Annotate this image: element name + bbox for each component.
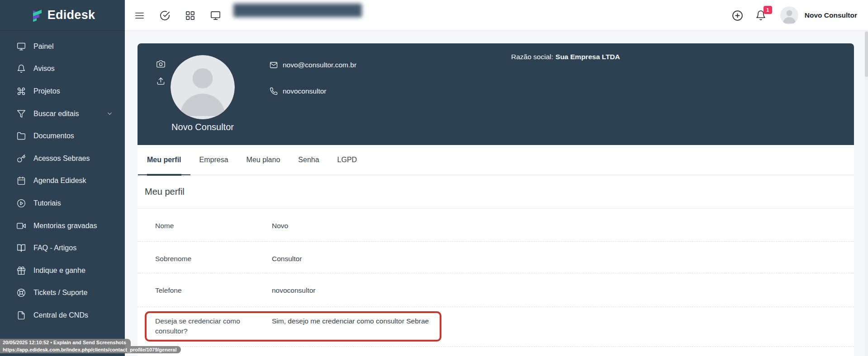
field-label: Telefone <box>155 286 272 307</box>
watermark-url: https://app.edidesk.com.br/index.php/cli… <box>0 346 181 353</box>
tab-meu-perfil[interactable]: Meu perfil <box>138 145 190 175</box>
file-icon <box>17 311 26 320</box>
sidebar-item-tickets-suporte[interactable]: Tickets / Suporte <box>0 282 125 304</box>
edidesk-logo-icon <box>30 8 44 23</box>
profile-phone: novoconsultor <box>283 87 327 95</box>
scrollbar-track <box>865 31 868 356</box>
form-row-telefone: Telefone novoconsultor <box>138 273 854 307</box>
scrollbar-thumb[interactable] <box>865 32 868 77</box>
razao-social-label: Razão social: <box>511 53 553 61</box>
sidebar-item-documentos[interactable]: Documentos <box>0 125 125 147</box>
gift-icon <box>17 266 26 275</box>
redacted-blurred-text <box>232 2 364 19</box>
grid-icon[interactable] <box>185 10 195 21</box>
field-value: Novo <box>272 221 288 241</box>
notifications-button[interactable]: 1 <box>755 10 766 21</box>
profile-header-card: Novo Consultor novo@consultor.com.br nov… <box>138 43 854 145</box>
calendar-icon <box>17 176 26 185</box>
profile-name: Novo Consultor <box>148 122 257 132</box>
sidebar-item-label: Avisos <box>33 65 55 73</box>
chevron-down-icon <box>106 110 113 117</box>
sidebar-item-acessos-sebraes[interactable]: Acessos Sebraes <box>0 147 125 170</box>
sidebar-item-faq-artigos[interactable]: FAQ - Artigos <box>0 237 125 259</box>
upload-icon[interactable] <box>157 77 165 85</box>
sidebar-item-label: Painel <box>33 42 53 51</box>
tab-empresa[interactable]: Empresa <box>190 145 237 175</box>
field-label: Nome <box>155 221 272 241</box>
screenshot-watermark: 20/05/2025 12:10:52 • Explain and Send S… <box>0 339 181 353</box>
sidebar-item-mentorias-gravadas[interactable]: Mentorias gravadas <box>0 215 125 237</box>
tab-senha[interactable]: Senha <box>289 145 328 175</box>
check-circle-icon[interactable] <box>160 10 170 21</box>
sidebar-item-label: Tutoriais <box>33 199 61 207</box>
topbar-user-name[interactable]: Novo Consultor <box>805 11 857 19</box>
notification-badge: 1 <box>764 6 772 14</box>
sidebar-item-tutoriais[interactable]: Tutoriais <box>0 192 125 215</box>
brand-logo[interactable]: Edidesk <box>0 0 125 31</box>
sidebar: Edidesk Painel Avisos Projetos Buscar ed… <box>0 0 125 356</box>
sidebar-item-label: Buscar editais <box>33 110 79 118</box>
profile-email-row: novo@consultor.com.br <box>270 61 356 69</box>
sidebar-nav: Painel Avisos Projetos Buscar editais Do… <box>0 31 125 327</box>
sidebar-item-label: Mentorias gravadas <box>33 222 97 230</box>
razao-social-value: Sua Empresa LTDA <box>555 53 620 61</box>
folder-icon <box>17 131 26 141</box>
profile-avatar[interactable] <box>171 55 235 119</box>
field-label: Sobrenome <box>155 254 272 273</box>
sidebar-item-label: Acessos Sebraes <box>33 155 90 163</box>
topbar: 1 Novo Consultor <box>125 0 868 31</box>
profile-phone-row: novoconsultor <box>270 87 327 95</box>
camera-icon[interactable] <box>157 60 165 68</box>
bell-icon <box>17 64 26 73</box>
form-row-nome: Nome Novo <box>138 209 854 242</box>
tab-lgpd[interactable]: LGPD <box>328 145 366 175</box>
form-row-sobrenome: Sobrenome Consultor <box>138 242 854 273</box>
sidebar-item-indique-e-ganhe[interactable]: Indique e ganhe <box>0 259 125 282</box>
sidebar-item-agenda-edidesk[interactable]: Agenda Edidesk <box>0 170 125 192</box>
topbar-right: 1 Novo Consultor <box>732 0 857 31</box>
monitor-icon[interactable] <box>210 10 221 21</box>
plus-circle-icon[interactable] <box>732 10 743 21</box>
book-open-icon <box>17 244 26 253</box>
form-row-credenciar: Deseja se credenciar como consultor? Sim… <box>138 307 854 347</box>
sidebar-item-buscar-editais[interactable]: Buscar editais <box>0 103 125 125</box>
phone-icon <box>270 87 278 95</box>
command-icon <box>17 87 26 96</box>
sidebar-item-avisos[interactable]: Avisos <box>0 58 125 80</box>
sidebar-item-label: Indique e ganhe <box>33 267 85 275</box>
play-circle-icon <box>17 199 26 208</box>
profile-email: novo@consultor.com.br <box>283 61 356 69</box>
video-icon <box>17 221 26 230</box>
sidebar-item-central-de-cnds[interactable]: Central de CNDs <box>0 304 125 327</box>
sidebar-item-label: FAQ - Artigos <box>33 244 76 252</box>
sidebar-item-label: Documentos <box>33 132 74 140</box>
redacted-blur-block <box>233 4 362 17</box>
life-buoy-icon <box>17 288 26 297</box>
menu-icon[interactable] <box>134 10 145 21</box>
sidebar-item-painel[interactable]: Painel <box>0 35 125 58</box>
section-title: Meu perfil <box>138 175 854 209</box>
razao-social: Razão social:Sua Empresa LTDA <box>511 53 620 61</box>
sidebar-item-label: Central de CNDs <box>33 311 88 319</box>
sidebar-item-label: Tickets / Suporte <box>33 289 87 297</box>
sidebar-item-label: Projetos <box>33 87 60 95</box>
mail-icon <box>270 61 278 69</box>
profile-tabs: Meu perfil Empresa Meu plano Senha LGPD <box>138 145 854 175</box>
profile-panel: Meu perfil Empresa Meu plano Senha LGPD … <box>138 145 854 356</box>
topbar-quick-icons <box>134 0 221 31</box>
brand-name: Edidesk <box>47 8 95 22</box>
field-value: Consultor <box>272 254 302 273</box>
watermark-timestamp: 20/05/2025 12:10:52 • Explain and Send S… <box>0 339 131 346</box>
user-avatar[interactable] <box>780 6 798 24</box>
tab-meu-plano[interactable]: Meu plano <box>237 145 289 175</box>
monitor-icon <box>17 42 26 51</box>
field-value: novoconsultor <box>272 286 316 307</box>
sidebar-item-projetos[interactable]: Projetos <box>0 80 125 103</box>
sidebar-item-label: Agenda Edidesk <box>33 177 86 185</box>
field-value: Sim, desejo me credenciar como consultor… <box>272 316 429 347</box>
key-icon <box>17 154 26 163</box>
filter-icon <box>17 109 26 118</box>
